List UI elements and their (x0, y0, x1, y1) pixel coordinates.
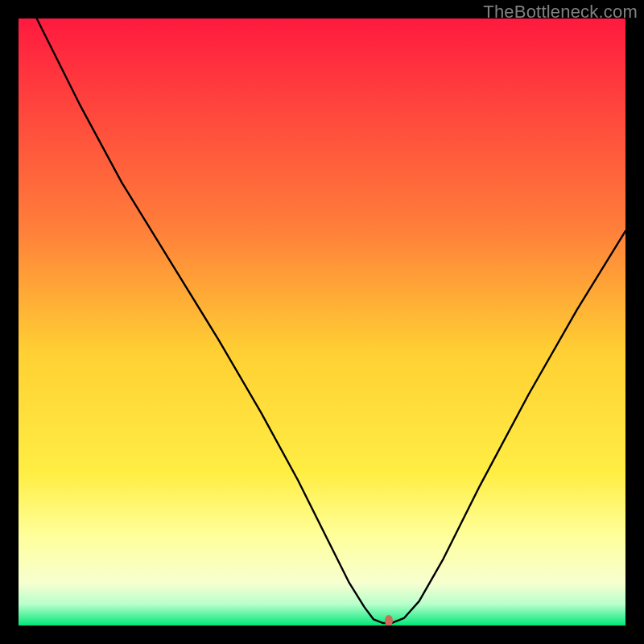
chart-frame: TheBottleneck.com (0, 0, 644, 644)
watermark-text: TheBottleneck.com (483, 2, 638, 23)
chart-background (19, 19, 625, 625)
plot-area (19, 19, 625, 625)
chart-svg (19, 19, 625, 625)
